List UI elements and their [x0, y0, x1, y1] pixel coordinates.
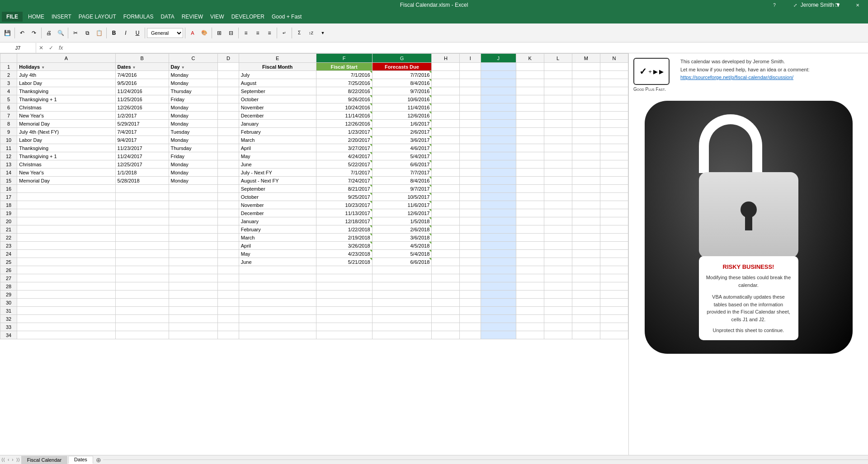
cell-c28[interactable]	[169, 282, 218, 291]
cell-g28[interactable]	[372, 282, 432, 291]
cell-m31[interactable]	[572, 307, 600, 315]
cell-h33[interactable]	[432, 323, 460, 331]
cell-j8[interactable]	[481, 120, 516, 128]
cell-n27[interactable]	[600, 274, 628, 282]
cell-m10[interactable]	[572, 136, 600, 144]
cell-j15[interactable]	[481, 177, 516, 185]
cell-g14[interactable]: 7/7/2017	[372, 169, 432, 177]
cell-e21[interactable]: February	[239, 225, 316, 234]
cell-m12[interactable]	[572, 152, 600, 160]
cell-e22[interactable]: March	[239, 234, 316, 242]
cell-h26[interactable]	[432, 266, 460, 274]
cell-g20[interactable]: 1/5/2018	[372, 217, 432, 225]
cell-b20[interactable]	[115, 217, 169, 225]
cell-l25[interactable]	[544, 258, 572, 266]
cell-e2[interactable]: July	[239, 71, 316, 79]
cell-l2[interactable]	[544, 71, 572, 79]
cell-j12[interactable]	[481, 152, 516, 160]
cell-c19[interactable]	[169, 209, 218, 217]
cell-a3[interactable]: Labor Day	[17, 79, 115, 87]
cell-i27[interactable]	[460, 274, 481, 282]
cell-j14[interactable]	[481, 169, 516, 177]
cell-n19[interactable]	[600, 209, 628, 217]
cell-d9[interactable]	[218, 128, 239, 136]
cell-g31[interactable]	[372, 307, 432, 315]
cell-l20[interactable]	[544, 217, 572, 225]
cell-e12[interactable]: May	[239, 152, 316, 160]
cell-g24[interactable]: 5/4/2018	[372, 250, 432, 258]
cell-k14[interactable]	[516, 169, 544, 177]
cell-c22[interactable]	[169, 234, 218, 242]
cell-b29[interactable]	[115, 291, 169, 299]
cell-g26[interactable]	[372, 266, 432, 274]
cell-l7[interactable]	[544, 112, 572, 120]
cell-d16[interactable]	[218, 185, 239, 193]
cell-e23[interactable]: April	[239, 242, 316, 250]
cell-c26[interactable]	[169, 266, 218, 274]
cell-c6[interactable]: Monday	[169, 103, 218, 112]
cell-h15[interactable]	[432, 177, 460, 185]
cell-d21[interactable]	[218, 225, 239, 234]
file-menu[interactable]: FILE	[2, 12, 23, 22]
cell-h28[interactable]	[432, 282, 460, 291]
col-b-header[interactable]: B	[115, 54, 169, 63]
cell-f5[interactable]: 9/26/2016	[316, 95, 372, 103]
cell-f7[interactable]: 11/14/2016	[316, 112, 372, 120]
cell-c15[interactable]: Monday	[169, 177, 218, 185]
col-c-header[interactable]: C	[169, 54, 218, 63]
cell-e10[interactable]: March	[239, 136, 316, 144]
cell-c12[interactable]: Friday	[169, 152, 218, 160]
cell-m28[interactable]	[572, 282, 600, 291]
cell-n4[interactable]	[600, 87, 628, 95]
cell-b17[interactable]	[115, 193, 169, 201]
cell-g21[interactable]: 2/6/2018	[372, 225, 432, 234]
cell-n13[interactable]	[600, 160, 628, 169]
cell-i23[interactable]	[460, 242, 481, 250]
cell-h4[interactable]	[432, 87, 460, 95]
cell-a9[interactable]: July 4th (Next FY)	[17, 128, 115, 136]
cell-e25[interactable]: June	[239, 258, 316, 266]
cell-l8[interactable]	[544, 120, 572, 128]
cell-h6[interactable]	[432, 103, 460, 112]
cell-a1[interactable]: Holidays ▼	[17, 63, 115, 71]
cell-a24[interactable]	[17, 250, 115, 258]
cell-d17[interactable]	[218, 193, 239, 201]
cell-j18[interactable]	[481, 201, 516, 209]
cell-n26[interactable]	[600, 266, 628, 274]
cell-n31[interactable]	[600, 307, 628, 315]
cell-e26[interactable]	[239, 266, 316, 274]
cell-a28[interactable]	[17, 282, 115, 291]
cell-n14[interactable]	[600, 169, 628, 177]
cell-l17[interactable]	[544, 193, 572, 201]
cell-b6[interactable]: 12/26/2016	[115, 103, 169, 112]
cell-h23[interactable]	[432, 242, 460, 250]
cell-j34[interactable]	[481, 331, 516, 339]
cell-m7[interactable]	[572, 112, 600, 120]
cell-k15[interactable]	[516, 177, 544, 185]
cell-j10[interactable]	[481, 136, 516, 144]
cell-f33[interactable]	[316, 323, 372, 331]
cell-d18[interactable]	[218, 201, 239, 209]
cell-e33[interactable]	[239, 323, 316, 331]
cell-n2[interactable]	[600, 71, 628, 79]
cell-g2[interactable]: 7/7/2016	[372, 71, 432, 79]
cell-h7[interactable]	[432, 112, 460, 120]
cell-n18[interactable]	[600, 201, 628, 209]
cell-m26[interactable]	[572, 266, 600, 274]
cell-m34[interactable]	[572, 331, 600, 339]
cell-b27[interactable]	[115, 274, 169, 282]
cell-b32[interactable]	[115, 315, 169, 323]
cell-h20[interactable]	[432, 217, 460, 225]
cell-g1[interactable]: Forecasts Due	[372, 63, 432, 71]
cell-e30[interactable]	[239, 299, 316, 307]
cell-b34[interactable]	[115, 331, 169, 339]
cell-b16[interactable]	[115, 185, 169, 193]
cell-b21[interactable]	[115, 225, 169, 234]
col-k-header[interactable]: K	[516, 54, 544, 63]
cell-a10[interactable]: Labor Day	[17, 136, 115, 144]
cell-l33[interactable]	[544, 323, 572, 331]
cell-g30[interactable]	[372, 299, 432, 307]
cell-g25[interactable]: 6/6/2018	[372, 258, 432, 266]
cell-b5[interactable]: 11/25/2016	[115, 95, 169, 103]
cell-l6[interactable]	[544, 103, 572, 112]
